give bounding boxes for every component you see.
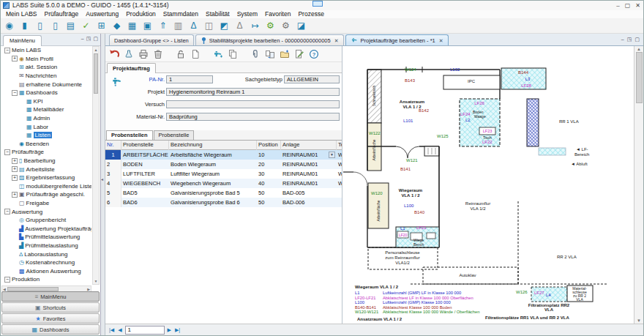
undo-button[interactable] [108,48,119,59]
collapse-icon[interactable]: − [4,209,10,214]
approve-icon[interactable]: ✓ [80,20,92,32]
material-nr-field[interactable]: Badprüfung [166,113,340,121]
collapse-icon[interactable]: − [4,48,10,53]
expand-icon[interactable]: + [12,166,18,172]
tree-item-pr-fmittelauslastung[interactable]: ▟Prüfmittelauslastung [1,242,91,250]
tab-stabilit-tsprojekte-bearbeiten-000000000[interactable]: Stabilitätsprojekte bearbeiten - 0000000… [195,34,344,45]
close-button[interactable]: ✕ [635,1,640,10]
transfer-button[interactable] [264,48,275,59]
tree-item-labor[interactable]: ▦Labor [1,122,91,131]
menu-auswertung[interactable]: Auswertung [82,10,122,18]
first-record-button[interactable]: |◀ [108,326,115,335]
add-probenahme-button[interactable] [212,48,223,59]
image-star-icon[interactable]: ◩ [218,20,231,32]
tab-projektauftrag[interactable]: Projektauftrag [107,63,156,73]
panel-maximize-icon[interactable]: ▢ [93,36,98,42]
task-list-icon[interactable]: ▤ [64,20,77,32]
tab-probenstellen[interactable]: Probenstellen [106,130,153,140]
column-header-anlage[interactable]: Anlage [281,141,337,150]
tree-item-arbeitsliste[interactable]: +▤Arbeitsliste [1,165,91,173]
tree-item-metallb-der[interactable]: ▦Metallbäder [1,105,91,114]
expand-icon[interactable]: + [12,175,18,181]
menu-pr-fauftr-ge[interactable]: Prüfaufträge [41,10,83,18]
sidebar-dashboards-button[interactable]: ▦Dashboards [1,324,100,335]
column-header-nr[interactable]: Nr. [105,141,121,150]
expand-icon[interactable]: + [12,56,18,61]
sidebar-tab-mainmenu[interactable]: MainMenu [3,35,42,46]
tree-vertical-scrollbar[interactable]: ▲ ▼ [92,46,100,285]
announcement-icon[interactable]: ◆ [111,20,123,32]
copy-button[interactable] [227,48,238,59]
menu-produktion[interactable]: Produktion [122,10,160,18]
tab-dashboard-gruppe-listen[interactable]: Dashboard-Gruppe <> - Listen [109,34,194,45]
menu-mein-labs[interactable]: Mein LABS [2,10,41,18]
help-button[interactable]: ? [308,48,319,59]
table-row[interactable]: 3LUFTFILTERLuftfilter Wiegeraum30REINRAU… [105,169,342,179]
menu-stammdaten[interactable]: Stammdaten [160,10,202,18]
tree-item-produktion[interactable]: −Produktion [1,275,91,284]
record-number-field[interactable]: 1 [125,326,165,335]
tree-item-akt-session[interactable]: ⊞akt. Session [1,63,91,72]
menu-stabilit-t[interactable]: Stabilität [202,10,233,18]
projekt-field[interactable]: Hygienemonitoring Reinraum 1 [166,88,340,96]
tree-item-auswertung-projektauftr-ge[interactable]: ▟Auswertung Projektaufträge [1,224,91,233]
minimize-button[interactable]: – [616,1,619,10]
prev-record-button[interactable]: ◀ [117,326,122,335]
print-button[interactable] [138,48,149,59]
new-document-button[interactable] [190,48,201,59]
flask2-icon[interactable]: Δ [233,20,246,32]
panel-maximize-icon[interactable]: ▢ [634,37,640,42]
versuch-field[interactable] [166,100,340,108]
table-row[interactable]: 5BAD5Galvanisierungsprobe Bad 550BAD-005 [105,188,342,198]
scroll-up-icon[interactable]: ▲ [94,47,98,53]
sachgebietstyp-field[interactable]: ALLGEMEIN [284,75,340,83]
tree-item-dashboards[interactable]: −▦Dashboards [1,89,91,97]
column-header-te[interactable]: Te [337,141,342,150]
restore-button[interactable]: ▢ [625,1,631,10]
panel-float-icon[interactable]: ◳ [86,36,91,42]
collapse-icon[interactable]: − [4,149,10,155]
menu-prozesse[interactable]: Prozesse [294,10,327,18]
modules-icon[interactable]: ⊞ [95,20,108,32]
column-header-position[interactable]: Position [257,141,281,150]
table-row[interactable]: 4WIEGEBENCHWiegebench Wiegeraum40REINRAU… [105,179,342,188]
tree-item-kostenabrechnung[interactable]: ◷Kostenabrechnung [1,258,91,267]
scrollbar-thumb[interactable] [94,53,98,94]
close-tab-icon[interactable]: ✕ [334,36,339,45]
edit-document-button[interactable] [293,48,304,59]
tree-item-pr-fmittelauswertung[interactable]: ▙Prüfmittelauswertung [1,233,91,242]
tree-item-kpi[interactable]: ▦KPI [1,97,91,106]
floorplan-scrollbar[interactable]: ▲ ▼ [634,46,643,324]
next-record-button[interactable]: ▶ [167,326,172,335]
pa-nr-field[interactable]: 1 [166,75,213,83]
expand-icon[interactable]: + [12,158,18,164]
tree-item-modul-bergreifende-liste[interactable]: ◫modulübergreifende Liste [1,182,91,191]
lock-button[interactable] [175,48,186,59]
table-row[interactable]: 6BAD6Galvanisierungsprobe Bad 650BAD-006 [105,198,342,207]
power-icon[interactable]: ◉ [3,20,15,32]
tree-item-admin[interactable]: ▦Admin [1,114,91,123]
scrollbar-thumb[interactable] [636,52,643,103]
settings-green-icon[interactable]: ⚙ [264,20,277,32]
delete-button[interactable] [152,48,163,59]
tab-projektauftr-ge-bearbeiten-1[interactable]: Projektaufträge bearbeiten - *1✕ [345,34,449,45]
tree-item-gruppenbericht[interactable]: ◎Gruppenbericht [1,216,91,225]
panel-minimize-icon[interactable]: – [621,37,624,42]
tree-item-erhaltene-dokumente[interactable]: ▤erhaltene Dokumente [1,80,91,89]
tree-item-listen[interactable]: ▦Listen [1,131,91,140]
tree-item-auswertung[interactable]: −Auswertung [1,207,91,216]
report-seal-icon[interactable]: ◪ [295,20,307,32]
scroll-up-icon[interactable]: ▲ [637,47,641,51]
collapse-icon[interactable]: − [4,277,10,283]
tree-item-pr-fauftr-ge-abgeschl[interactable]: +▣Prüfaufträge abgeschl. [1,190,91,199]
tree-item-nachrichten[interactable]: ✉Nachrichten [1,72,91,81]
attachment-button[interactable] [250,48,261,59]
column-header-bezeichnung[interactable]: Bezeichnung [169,141,257,150]
clipboard-icon[interactable]: ▯ [34,20,46,32]
tree-item-freigabe[interactable]: ▢Freigabe [1,199,91,208]
scroll-down-icon[interactable]: ▼ [94,278,98,284]
tab-probenstelle[interactable]: Probenstelle [154,130,195,140]
monitor-icon[interactable]: ▣ [141,20,154,32]
stability-icon[interactable]: ⇑ [157,20,169,32]
sidebar-mainmenu-button[interactable]: ≡MainMenu [1,291,100,302]
